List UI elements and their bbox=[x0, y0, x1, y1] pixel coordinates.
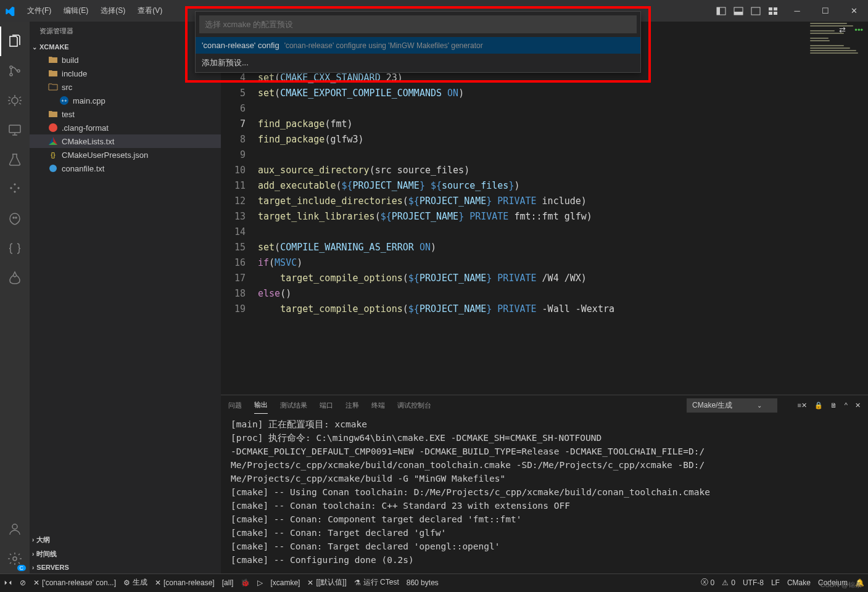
svg-point-17 bbox=[13, 557, 17, 561]
layout-bottom-icon[interactable] bbox=[731, 4, 746, 18]
account-icon[interactable] bbox=[0, 514, 30, 544]
maximize-button[interactable]: ☐ bbox=[811, 0, 840, 22]
sb-default[interactable]: ✕ [[默认值]] bbox=[307, 577, 346, 588]
quickpick-item-conan-release[interactable]: 'conan-release' config 'conan-release' c… bbox=[196, 37, 640, 54]
testing-icon[interactable] bbox=[0, 145, 30, 175]
sb-build[interactable]: ⚙ 生成 bbox=[123, 577, 147, 588]
svg-text:++: ++ bbox=[61, 98, 67, 104]
quickpick-input[interactable] bbox=[199, 15, 637, 33]
codeium-icon[interactable] bbox=[0, 204, 30, 234]
sb-all[interactable]: [all] bbox=[222, 578, 234, 587]
tab-output[interactable]: 输出 bbox=[254, 397, 268, 414]
tree-item-test[interactable]: test bbox=[30, 107, 221, 121]
tree-item-conanfile-txt[interactable]: conanfile.txt bbox=[30, 162, 221, 175]
menu-select[interactable]: 选择(S) bbox=[94, 0, 131, 22]
cmake-icon bbox=[48, 136, 58, 146]
sidebar: 资源管理器 ⌄XCMAKE buildincludesrc++main.cppt… bbox=[30, 22, 221, 574]
svg-point-16 bbox=[12, 524, 17, 529]
finder-icon[interactable] bbox=[0, 263, 30, 293]
tab-testresults[interactable]: 测试结果 bbox=[280, 397, 307, 414]
minimap[interactable] bbox=[806, 22, 868, 145]
sb-debug-play[interactable]: 🐞 bbox=[241, 578, 250, 587]
braces-icon[interactable] bbox=[0, 234, 30, 263]
output-body[interactable]: [main] 正在配置项目: xcmake [proc] 执行命令: C:\mi… bbox=[221, 415, 868, 574]
more-icon[interactable]: ••• bbox=[854, 25, 863, 35]
sb-warnings[interactable]: ⚠ 0 bbox=[722, 578, 735, 587]
svg-point-20 bbox=[49, 123, 57, 132]
sb-lang[interactable]: CMake bbox=[787, 578, 811, 587]
extensions-icon[interactable] bbox=[0, 175, 30, 204]
sb-target[interactable]: [xcamke] bbox=[270, 578, 300, 587]
folder-open-icon bbox=[48, 82, 58, 92]
tab-problems[interactable]: 问题 bbox=[228, 397, 242, 414]
output-channel-select[interactable]: CMake/生成⌄ bbox=[687, 398, 777, 413]
activitybar: C bbox=[0, 22, 30, 574]
tree-item-label: include bbox=[62, 69, 87, 78]
remote-icon[interactable] bbox=[0, 115, 30, 145]
json-icon: {} bbox=[48, 150, 58, 160]
scm-icon[interactable] bbox=[0, 56, 30, 86]
tree-item--clang-format[interactable]: .clang-format bbox=[30, 121, 221, 134]
sb-config[interactable]: ✕ ['conan-release' con...] bbox=[33, 578, 116, 587]
layout-left-icon[interactable] bbox=[714, 4, 729, 18]
tab-terminal[interactable]: 终端 bbox=[371, 397, 385, 414]
lock-icon[interactable]: 🔒 bbox=[814, 401, 823, 409]
svg-point-12 bbox=[12, 97, 18, 104]
menu-edit[interactable]: 编辑(E) bbox=[57, 0, 94, 22]
svg-rect-8 bbox=[774, 12, 777, 15]
timeline-label: 时间线 bbox=[36, 549, 57, 559]
tree-item-label: main.cpp bbox=[73, 96, 105, 105]
settings-gear-icon[interactable]: C bbox=[0, 544, 30, 574]
compare-icon[interactable]: ⇄ bbox=[839, 25, 846, 35]
tab-debug[interactable]: 调试控制台 bbox=[397, 397, 431, 414]
layout-grid-icon[interactable] bbox=[766, 4, 780, 18]
editor-area: ⇄ ••• 1cmake_minimum_required(VERSION 3.… bbox=[221, 22, 868, 574]
explorer-icon[interactable] bbox=[0, 27, 30, 56]
tree-item-label: build bbox=[62, 56, 78, 65]
tree-item-CMakeUserPresets-json[interactable]: {}CMakeUserPresets.json bbox=[30, 148, 221, 162]
svg-rect-13 bbox=[9, 125, 20, 133]
maximize-panel-icon[interactable]: ^ bbox=[845, 401, 848, 409]
statusbar: ⊘ ✕ ['conan-release' con...] ⚙ 生成 ✕ [con… bbox=[0, 574, 868, 591]
open-file-icon[interactable]: 🗎 bbox=[830, 401, 837, 409]
sb-warning-circle[interactable]: ⊘ bbox=[20, 578, 26, 587]
tab-comments[interactable]: 注释 bbox=[345, 397, 359, 414]
clear-output-icon[interactable]: ≡✕ bbox=[797, 401, 806, 409]
sb-remote[interactable] bbox=[4, 578, 12, 587]
quickpick-highlight: 'conan-release' config 'conan-release' c… bbox=[185, 6, 651, 83]
svg-point-22 bbox=[49, 165, 57, 172]
svg-rect-3 bbox=[734, 12, 743, 15]
sb-eol[interactable]: LF bbox=[771, 578, 780, 587]
sb-ctest[interactable]: ⚗ 运行 CTest bbox=[354, 577, 399, 588]
timeline-section[interactable]: ›时间线 bbox=[30, 547, 221, 561]
menu-file[interactable]: 文件(F) bbox=[21, 0, 57, 22]
tree-item-main-cpp[interactable]: ++main.cpp bbox=[30, 94, 221, 107]
close-button[interactable]: ✕ bbox=[840, 0, 868, 22]
close-panel-icon[interactable]: ✕ bbox=[855, 401, 861, 409]
debug-icon[interactable] bbox=[0, 86, 30, 115]
tab-port[interactable]: 端口 bbox=[320, 397, 333, 414]
svg-rect-7 bbox=[769, 12, 772, 15]
vscode-logo-icon bbox=[5, 6, 15, 16]
layout-right-icon[interactable] bbox=[748, 4, 763, 18]
tree-item-CMakeLists-txt[interactable]: CMakeLists.txt bbox=[30, 134, 221, 148]
svg-point-11 bbox=[17, 70, 20, 72]
sb-kit[interactable]: ✕ [conan-release] bbox=[155, 578, 215, 587]
svg-text:{}: {} bbox=[51, 151, 56, 158]
menu-view[interactable]: 查看(V) bbox=[131, 0, 168, 22]
outline-section[interactable]: ›大纲 bbox=[30, 533, 221, 547]
conan-icon bbox=[48, 163, 58, 173]
quickpick-item-add-preset[interactable]: 添加新预设... bbox=[196, 54, 640, 72]
folder-icon bbox=[48, 55, 58, 65]
tree-item-label: .clang-format bbox=[62, 123, 109, 133]
qp-item-label: 添加新预设... bbox=[202, 57, 249, 68]
sb-errors[interactable]: ⓧ 0 bbox=[701, 577, 715, 588]
tree-item-label: CMakeUserPresets.json bbox=[62, 150, 148, 160]
servers-section[interactable]: ›SERVERS bbox=[30, 561, 221, 574]
sb-bytes[interactable]: 860 bytes bbox=[407, 578, 439, 587]
minimize-button[interactable]: ─ bbox=[783, 0, 811, 22]
tree-item-label: conanfile.txt bbox=[62, 164, 104, 173]
sb-play[interactable]: ▷ bbox=[257, 578, 263, 587]
cpp-icon: ++ bbox=[59, 96, 69, 105]
sb-encoding[interactable]: UTF-8 bbox=[743, 578, 764, 587]
